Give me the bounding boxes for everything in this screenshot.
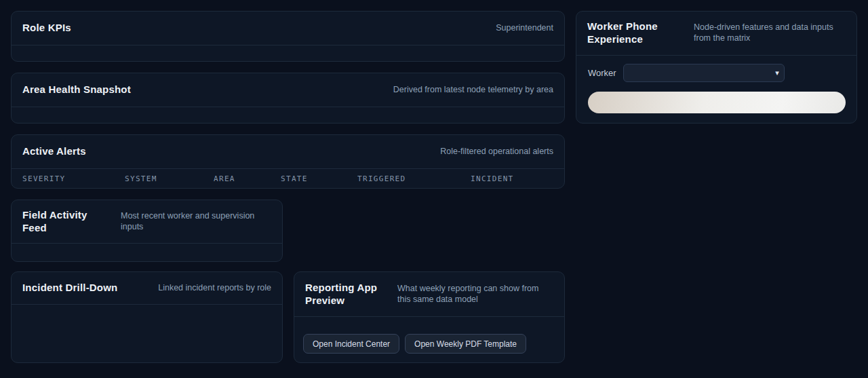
reporting-preview-header: Reporting App Preview What weekly report…	[294, 272, 564, 317]
alerts-column-severity: SEVERITY	[22, 174, 125, 183]
incident-drilldown-card: Incident Drill-Down Linked incident repo…	[11, 271, 283, 363]
active-alerts-header: Active Alerts Role-filtered operational …	[12, 135, 564, 169]
role-kpis-card: Role KPIs Superintendent	[11, 11, 565, 62]
reporting-preview-body: Open Incident Center Open Weekly PDF Tem…	[294, 317, 564, 354]
area-health-card: Area Health Snapshot Derived from latest…	[11, 73, 565, 124]
area-health-title: Area Health Snapshot	[22, 83, 131, 96]
incident-drilldown-header: Incident Drill-Down Linked incident repo…	[12, 272, 282, 305]
worker-select[interactable]: ▾	[623, 64, 785, 82]
dashboard-page: Role KPIs Superintendent Area Health Sna…	[0, 0, 868, 378]
area-health-header: Area Health Snapshot Derived from latest…	[12, 73, 564, 107]
open-incident-center-button[interactable]: Open Incident Center	[303, 334, 399, 354]
worker-phone-title: Worker Phone Experience	[587, 20, 677, 46]
incident-drilldown-title: Incident Drill-Down	[22, 282, 117, 295]
worker-phone-header: Worker Phone Experience Node-driven feat…	[576, 12, 856, 56]
area-health-subtitle: Derived from latest node telemetry by ar…	[393, 85, 553, 96]
open-weekly-pdf-template-button[interactable]: Open Weekly PDF Template	[405, 334, 526, 354]
alerts-column-area: AREA	[214, 174, 281, 183]
role-kpis-header: Role KPIs Superintendent	[12, 12, 564, 45]
worker-select-label: Worker	[588, 68, 616, 78]
alerts-table-header-row: SEVERITY SYSTEM AREA STATE TRIGGERED INC…	[12, 169, 564, 189]
field-activity-header: Field Activity Feed Most recent worker a…	[12, 200, 282, 244]
alerts-column-triggered: TRIGGERED	[357, 174, 471, 183]
active-alerts-title: Active Alerts	[22, 145, 86, 158]
reporting-preview-title: Reporting App Preview	[305, 282, 387, 307]
active-alerts-card: Active Alerts Role-filtered operational …	[11, 134, 565, 189]
alerts-column-system: SYSTEM	[125, 174, 214, 183]
alerts-column-state: STATE	[281, 174, 357, 183]
alerts-column-incident: INCIDENT	[471, 174, 553, 183]
incident-drilldown-subtitle: Linked incident reports by role	[158, 283, 271, 294]
reporting-preview-card: Reporting App Preview What weekly report…	[294, 271, 565, 363]
worker-select-control[interactable]	[623, 64, 785, 82]
worker-select-row: Worker ▾	[588, 64, 845, 82]
phone-screen-placeholder	[588, 92, 846, 113]
active-alerts-subtitle: Role-filtered operational alerts	[440, 147, 553, 157]
worker-phone-subtitle: Node-driven features and data inputs fro…	[694, 22, 837, 43]
field-activity-card: Field Activity Feed Most recent worker a…	[11, 200, 283, 262]
field-activity-subtitle: Most recent worker and supervision input…	[121, 211, 258, 232]
role-kpis-role-badge: Superintendent	[496, 23, 553, 34]
worker-phone-body: Worker ▾	[576, 56, 856, 113]
field-activity-title: Field Activity Feed	[22, 209, 98, 235]
worker-phone-card: Worker Phone Experience Node-driven feat…	[576, 11, 857, 124]
reporting-preview-subtitle: What weekly reporting can show from this…	[397, 284, 553, 305]
role-kpis-title: Role KPIs	[22, 22, 71, 35]
